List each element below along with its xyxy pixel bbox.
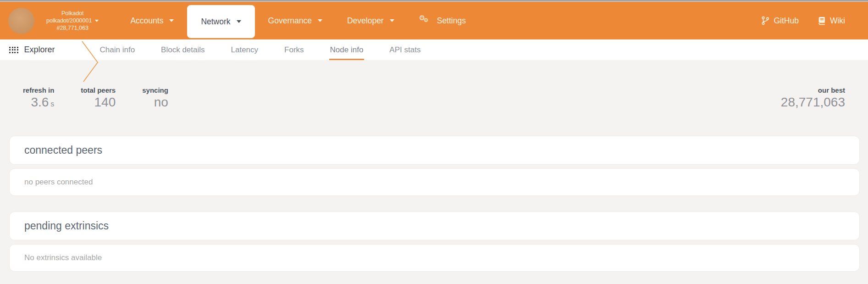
nav-item-accounts[interactable]: Accounts	[118, 2, 186, 39]
main-nav: Accounts Network Governance Developer ⚙⚙…	[118, 2, 478, 39]
chevron-down-icon	[169, 19, 174, 22]
connected-peers-empty-row: no peers connected	[9, 168, 860, 196]
empty-message: no peers connected	[24, 178, 93, 187]
nav-item-label: Network	[201, 17, 230, 27]
explorer-tabs: Chain info Block details Latency Forks N…	[99, 39, 422, 60]
tab-chain-info[interactable]: Chain info	[99, 39, 136, 60]
summary-label: refresh in	[23, 86, 54, 95]
tab-api-stats[interactable]: API stats	[388, 39, 421, 60]
chain-name: Polkadot	[46, 10, 99, 17]
tab-label: Forks	[284, 45, 304, 55]
nav-item-label: Accounts	[130, 16, 163, 26]
summary-label: total peers	[81, 86, 116, 95]
chevron-down-icon	[95, 20, 99, 22]
tab-latency[interactable]: Latency	[230, 39, 260, 60]
chevron-down-icon	[390, 19, 394, 22]
chevron-down-icon	[318, 19, 322, 22]
tab-label: Latency	[231, 45, 259, 55]
chevron-down-icon	[237, 20, 241, 23]
github-link[interactable]: GitHub	[761, 16, 798, 26]
tab-bar: Explorer Chain info Block details Latenc…	[0, 39, 868, 60]
gears-icon: ⚙⚙	[419, 16, 430, 26]
summary-value: 3.6s	[23, 95, 54, 112]
tab-forks[interactable]: Forks	[283, 39, 305, 60]
tab-label: Block details	[161, 45, 205, 55]
summary-value: 140	[81, 95, 116, 110]
summary-label: syncing	[142, 86, 168, 95]
nav-item-label: Developer	[347, 16, 384, 26]
connected-peers-header-card: connected peers	[9, 136, 860, 165]
tab-block-details[interactable]: Block details	[160, 39, 205, 60]
section-label: Explorer	[24, 45, 55, 55]
tab-label: API stats	[389, 45, 420, 55]
summary-our-best: our best 28,771,063	[781, 86, 845, 110]
node-info-content: refresh in 3.6s total peers 140 syncing …	[0, 60, 868, 284]
git-branch-icon	[761, 16, 769, 25]
chain-selector[interactable]: Polkadot polkadot/2000001 #28,771,063	[46, 10, 99, 32]
summary-refresh: refresh in 3.6s	[23, 86, 54, 112]
nav-item-label: Governance	[268, 16, 312, 26]
chain-best-block: #28,771,063	[46, 24, 99, 32]
tab-label: Chain info	[100, 45, 135, 55]
summary-syncing: syncing no	[142, 86, 168, 112]
external-links: GitHub Wiki	[761, 16, 845, 26]
github-label: GitHub	[774, 16, 798, 26]
summary-label: our best	[781, 86, 845, 95]
summary-total-peers: total peers 140	[81, 86, 116, 112]
menubar: Polkadot polkadot/2000001 #28,771,063 Ac…	[0, 2, 868, 39]
nav-item-developer[interactable]: Developer	[335, 2, 407, 39]
empty-message: No extrinsics available	[24, 253, 102, 262]
summary-value: no	[142, 95, 168, 110]
summary-value: 28,771,063	[781, 95, 845, 110]
tab-label: Node info	[330, 45, 364, 55]
pending-extrinsics-empty-row: No extrinsics available	[9, 244, 860, 272]
section-title: pending extrinsics	[24, 220, 109, 232]
summary-unit: s	[50, 100, 54, 108]
tab-node-info[interactable]: Node info	[329, 39, 365, 60]
summary-bar: refresh in 3.6s total peers 140 syncing …	[0, 60, 868, 112]
chain-spec: polkadot/2000001	[46, 17, 92, 24]
book-icon	[818, 17, 826, 25]
wiki-link[interactable]: Wiki	[818, 16, 845, 26]
wiki-label: Wiki	[830, 16, 845, 26]
nav-item-label: Settings	[437, 16, 466, 26]
nav-item-settings[interactable]: ⚙⚙ Settings	[407, 2, 478, 39]
apps-grid-icon	[9, 47, 18, 53]
pending-extrinsics-header-card: pending extrinsics	[9, 212, 860, 240]
polkadot-logo[interactable]	[8, 8, 34, 34]
nav-item-governance[interactable]: Governance	[256, 2, 335, 39]
section-title: connected peers	[24, 144, 102, 156]
nav-item-network[interactable]: Network	[187, 5, 254, 38]
